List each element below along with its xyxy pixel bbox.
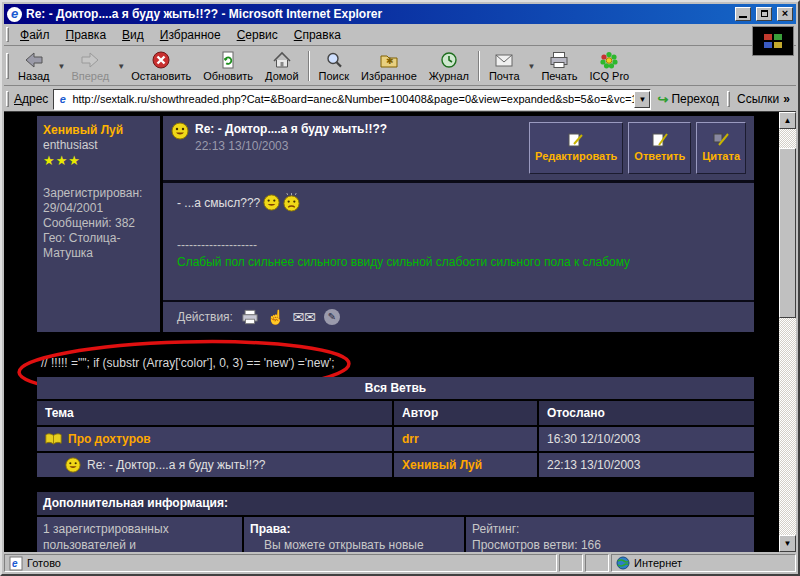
windows-flag-icon xyxy=(762,31,784,51)
vertical-scrollbar[interactable]: ▲ ▼ xyxy=(779,112,796,552)
icq-flower-icon xyxy=(599,51,619,69)
quote-button[interactable]: Цитата xyxy=(696,122,746,174)
back-dropdown-icon[interactable]: ▼ xyxy=(58,62,66,71)
svg-text:✱: ✱ xyxy=(386,56,394,66)
author-link[interactable]: drr xyxy=(402,432,419,446)
scrollbar-thumb[interactable] xyxy=(779,148,796,318)
edit-page-icon xyxy=(568,133,584,147)
reply-button[interactable]: Ответить xyxy=(628,122,691,174)
svg-text:e: e xyxy=(12,558,18,569)
scroll-up-icon[interactable]: ▲ xyxy=(779,112,796,129)
stop-button[interactable]: Остановить xyxy=(125,48,197,85)
zone-text: Интернет xyxy=(634,557,682,569)
title-bar: e Re: - Доктор....а я буду жыть!!?? - Mi… xyxy=(4,4,796,24)
back-arrow-icon xyxy=(23,51,45,69)
forward-button[interactable]: Вперед xyxy=(65,48,115,85)
toolbar-separator xyxy=(478,51,480,81)
menu-file[interactable]: Файл xyxy=(12,26,58,44)
edit-post-button[interactable]: Редактировать xyxy=(529,122,623,174)
post-body: - ...а смысл??? ------ xyxy=(163,183,754,300)
history-button[interactable]: Журнал xyxy=(423,48,475,85)
menu-edit[interactable]: Правка xyxy=(58,26,115,44)
worried-smiley-icon xyxy=(283,193,300,212)
forward-mail-icon[interactable]: ✉✉ xyxy=(292,309,315,325)
page-ie-icon: e xyxy=(56,93,69,106)
scroll-down-icon[interactable]: ▼ xyxy=(779,535,796,552)
menu-help[interactable]: Справка xyxy=(286,26,349,44)
topic-link[interactable]: Про дохтуров xyxy=(68,432,151,446)
menu-bar: Файл Правка Вид Избранное Сервис Справка xyxy=(4,24,796,46)
actions-label: Действия: xyxy=(177,310,233,324)
links-gripper[interactable] xyxy=(727,91,730,108)
post-text: - ...а смысл??? xyxy=(177,196,260,210)
home-button[interactable]: Домой xyxy=(259,48,305,85)
address-label: Адрес xyxy=(14,92,48,106)
smiley-icon xyxy=(171,122,189,140)
forward-dropdown-icon[interactable]: ▼ xyxy=(117,62,125,71)
topic-link[interactable]: Re: - Доктор....а я буду жыть!!?? xyxy=(87,458,266,472)
post-panel: Re: - Доктор....а я буду жыть!!?? 22:13 … xyxy=(163,116,754,332)
links-button[interactable]: Ссылки » xyxy=(733,92,794,106)
internet-globe-icon xyxy=(616,556,630,570)
smiley-icon xyxy=(65,457,81,473)
print-icon xyxy=(549,51,569,69)
open-book-icon xyxy=(45,432,62,446)
status-pane xyxy=(559,554,583,572)
username[interactable]: Хенивый Луй xyxy=(43,123,154,138)
menu-tools[interactable]: Сервис xyxy=(229,26,286,44)
restore-button[interactable] xyxy=(756,7,772,21)
thread-section-title: Вся Ветвь xyxy=(37,377,754,399)
print-action-icon[interactable] xyxy=(241,309,259,325)
address-dropdown-icon[interactable]: ▼ xyxy=(634,91,650,108)
thread-row: Про дохтуров drr 16:30 12/10/2003 xyxy=(37,427,754,451)
menu-view[interactable]: Вид xyxy=(114,26,152,44)
menu-favorites[interactable]: Избранное xyxy=(152,26,229,44)
extra-info-title: Дополнительная информация: xyxy=(37,492,754,515)
user-stars: ★★★ xyxy=(43,153,154,168)
browser-window: e Re: - Доктор....а я буду жыть!!?? - Mi… xyxy=(0,0,800,576)
windows-logo-throbber xyxy=(752,26,794,56)
toolbar-gripper[interactable] xyxy=(6,27,9,42)
close-button[interactable]: × xyxy=(777,7,793,21)
icq-pro-button[interactable]: ICQ Pro xyxy=(583,48,635,85)
sent-datetime: 16:30 12/10/2003 xyxy=(547,432,640,446)
ie-logo-icon: e xyxy=(7,7,22,22)
address-input[interactable]: e http://sextalk.ru/showthreaded.php?Cat… xyxy=(53,89,651,110)
user-info-panel: Хенивый Луй enthusiast ★★★ Зарегистриров… xyxy=(37,116,160,332)
back-button[interactable]: Назад xyxy=(12,48,56,85)
toolbar-gripper[interactable] xyxy=(6,53,9,80)
user-geo: Гео: Столица-Матушка xyxy=(43,231,154,261)
page-status-icon: e xyxy=(9,556,23,571)
rights-line: Вы можете открывать новые xyxy=(250,537,458,552)
quote-pencil-icon xyxy=(713,133,729,147)
chevron-right-icon: » xyxy=(783,92,790,106)
stop-icon xyxy=(151,51,171,69)
mail-dropdown-icon[interactable]: ▼ xyxy=(528,62,536,71)
column-topic: Тема xyxy=(37,401,394,425)
edit-action-icon[interactable]: ✎ xyxy=(324,309,340,325)
extra-users: 1 зарегистрированных пользователей и xyxy=(37,517,244,552)
links-label: Ссылки xyxy=(737,92,779,106)
toolbar-gripper[interactable] xyxy=(6,91,9,108)
status-pane xyxy=(585,554,609,572)
views-count: Просмотров ветви: 166 xyxy=(472,537,748,552)
status-text: Готово xyxy=(27,557,61,569)
mail-button[interactable]: Почта xyxy=(483,48,526,85)
reply-pencil-icon xyxy=(652,133,668,147)
favorites-button[interactable]: ✱ Избранное xyxy=(355,48,423,85)
print-button[interactable]: Печать xyxy=(535,48,583,85)
search-button[interactable]: Поиск xyxy=(313,48,355,85)
smiley-icon xyxy=(263,194,280,211)
go-label: Переход xyxy=(671,92,719,106)
address-bar: Адрес e http://sextalk.ru/showthreaded.p… xyxy=(4,87,796,112)
signature-divider: -------------------- xyxy=(177,238,740,252)
rating-title: Рейтинг: xyxy=(472,521,748,537)
forward-arrow-icon xyxy=(79,51,101,69)
notify-hand-icon[interactable]: ☝ xyxy=(267,309,284,325)
minimize-button[interactable] xyxy=(735,7,751,21)
go-button[interactable]: ↪ Переход xyxy=(651,92,725,107)
author-link[interactable]: Хенивый Луй xyxy=(402,458,482,472)
extra-info-row: 1 зарегистрированных пользователей и Пра… xyxy=(37,517,754,552)
sent-datetime: 22:13 13/10/2003 xyxy=(547,458,640,472)
refresh-button[interactable]: Обновить xyxy=(197,48,259,85)
